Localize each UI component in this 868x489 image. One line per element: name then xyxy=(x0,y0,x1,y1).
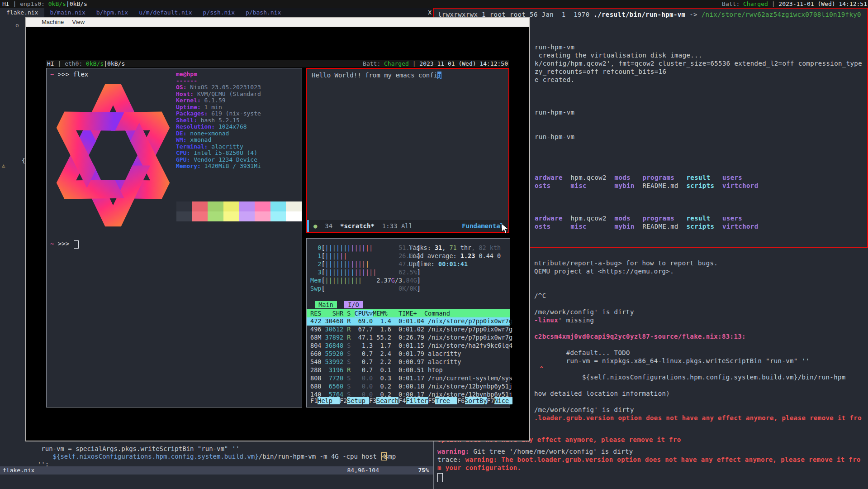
terminal-line: ardware hpm.qcow2 mods programs result u… xyxy=(535,215,742,222)
terminal-line: /me/work/config' is dirty xyxy=(534,406,634,414)
vim-margin-glyph: { xyxy=(22,157,25,164)
mouse-cursor xyxy=(501,223,509,234)
neofetch-line: OS: NixOS 23.05.20231023 xyxy=(176,84,261,91)
neofetch-line: Host: KVM/QEMU (Standard xyxy=(176,91,261,98)
neofetch-line: Uptime: 1 min xyxy=(176,104,222,111)
vm-emacs-window[interactable]: Hello World!! from my emacs config ● 34 … xyxy=(306,68,509,233)
nixos-logo-art xyxy=(49,76,177,235)
palette-swatch xyxy=(270,211,286,221)
terminal-line: run-hpm-vm xyxy=(535,109,574,116)
terminal-line: 1[|||||| 26.0%] xyxy=(310,252,421,260)
vim-tab[interactable]: u/m/default.nix xyxy=(133,8,197,17)
modeline-accent-bar xyxy=(307,220,309,232)
terminal-line: k/config/hpm.qcow2', fmt=qcow2 cluster_s… xyxy=(535,60,862,67)
palette-swatch xyxy=(192,211,208,221)
desktop: HI | enp1s0: 0kB/s|0kB/s Batt: Charged |… xyxy=(0,0,868,489)
vim-margin-glyph: ⚠ xyxy=(2,162,5,169)
palette-swatch xyxy=(176,201,192,211)
qemu-menu-bar: Machine View xyxy=(26,18,529,27)
terminal-line: run-vm = nixpkgs.x86_64-linux.pkgs.write… xyxy=(534,357,810,365)
vm-battery-clock: Batt: Charged | 2023-11-01 (Wed) 14:12:5… xyxy=(363,60,508,67)
palette-swatch xyxy=(286,201,302,211)
terminal-line: /me/work/config' is dirty xyxy=(534,308,634,316)
palette-swatch xyxy=(239,211,255,221)
terminal-line: c2bcsm4xmj0vd0capi9q2yc0yzl87-source/fla… xyxy=(534,333,746,340)
terminal-line: run-vm = specialArgs.pkgs.writeScriptBin… xyxy=(30,445,240,453)
terminal-line: 688 6560 S 0.0 0.2 0:00.18 /nix/store/12… xyxy=(310,383,512,390)
terminal-line: trace: warning: The boot.loader.grub.ver… xyxy=(437,456,861,464)
terminal-cursor xyxy=(74,240,79,249)
terminal-line: -linux' missing xyxy=(534,316,594,324)
terminal-line: ${self.nixosConfigurations.hpm.config.sy… xyxy=(534,374,846,381)
palette-swatch xyxy=(270,201,286,211)
neofetch-line: GPU: Vendor 1234 Device xyxy=(176,157,257,163)
neofetch-line: WM: xmonad xyxy=(176,137,211,144)
vim-tab[interactable]: b/main.nix xyxy=(44,8,90,17)
terminal-line: ardware hpm.qcow2 mods programs result u… xyxy=(535,174,742,182)
host-battery-clock: Batt: Charged | 2023-11-01 (Wed) 14:12:5… xyxy=(722,0,867,8)
terminal-line: ntribute/report-a-bug> for how to report… xyxy=(534,259,718,267)
htop-table-header[interactable]: RES SHR S CPU%▽MEM% TIME+ Command xyxy=(307,309,510,317)
vm-htop-window[interactable]: RES SHR S CPU%▽MEM% TIME+ Command 472 30… xyxy=(306,238,510,408)
vim-status-filename: flake.nix xyxy=(3,466,34,475)
palette-swatch xyxy=(239,201,255,211)
vim-tab-bar: flake.nix b/main.nix b/hpm.nix u/m/defau… xyxy=(0,8,433,17)
vim-tab[interactable]: b/hpm.nix xyxy=(91,8,133,17)
neofetch-line: Kernel: 6.1.59 xyxy=(176,97,226,104)
modeline-major-mode: Fundamental xyxy=(462,220,504,232)
terminal-line: 660 55920 S 0.7 2.4 0:01.79 alacritty xyxy=(310,350,461,358)
terminal-color-palette-row1 xyxy=(176,201,302,211)
terminal-line: osts misc mybin README.md scripts virtch… xyxy=(535,182,758,190)
terminal-line: warning: Git tree '/home/me/work/config'… xyxy=(437,448,633,455)
terminal-line: osts misc mybin README.md scripts virtch… xyxy=(535,223,758,230)
terminal-line: creating the virtualisation disk image..… xyxy=(535,52,702,59)
terminal-line: Tasks: 31, 71 thr, 82 kth xyxy=(409,244,501,252)
vim-cursor: 4 xyxy=(381,453,387,460)
terminal-line: run-hpm-vm xyxy=(535,43,574,51)
palette-swatch xyxy=(255,211,270,221)
terminal-line: 3[|||||||||||||| 62.5%] xyxy=(310,268,421,276)
terminal-line: #default... TODO xyxy=(534,349,630,357)
terminal-line: Load average: 1.23 0.44 0 xyxy=(409,252,501,260)
qemu-menu-machine[interactable]: Machine xyxy=(42,18,64,27)
terminal-line: Main I/O xyxy=(315,301,363,309)
vim-status-line: flake.nix 84,96-104 75% xyxy=(0,466,433,475)
neofetch-line: Resolution: 1024x768 xyxy=(176,124,247,130)
neofetch-line: Shell: bash 5.2.15 xyxy=(176,117,240,124)
emacs-cursor: g xyxy=(437,72,441,79)
palette-swatch xyxy=(255,201,270,211)
palette-swatch xyxy=(208,201,223,211)
vim-tab[interactable]: p/bash.nix xyxy=(240,8,286,17)
emacs-buffer-text: Hello World!! from my emacs config xyxy=(312,72,441,79)
vim-tab[interactable]: p/ssh.nix xyxy=(198,8,240,17)
vim-margin-glyph: o xyxy=(15,22,19,29)
host-status-bar: HI | enp1s0: 0kB/s|0kB/s Batt: Charged |… xyxy=(0,0,868,8)
palette-swatch xyxy=(223,211,239,221)
terminal-line: 68M 37892 R 47.1 55.2 0:26.79 /nix/store… xyxy=(310,334,512,341)
neofetch-line: me@hpm xyxy=(176,71,197,78)
vm-terminal-neofetch[interactable]: ~ >>> flex me@hpm------OS: NixOS 23.05.2… xyxy=(46,68,302,408)
qemu-menu-view[interactable]: View xyxy=(72,18,85,27)
vim-status-ruler: 84,96-104 xyxy=(347,466,379,475)
terminal-line: m your configuration. xyxy=(437,464,521,472)
htop-row[interactable]: 472 30468 R 69.0 1.4 0:01.04 /nix/store/… xyxy=(310,317,512,325)
terminal-line: QEMU project at <https://qemu.org>. xyxy=(534,268,674,275)
vm-network-status: HI | eth0: 0kB/s|0kB/s xyxy=(47,60,125,67)
modeline-buffer-info: ● 34 *scratch* 1:33 All xyxy=(313,220,413,232)
terminal-line: 804 36848 S 1.3 1.7 0:01.15 /nix/store/h… xyxy=(310,342,512,350)
vm-display[interactable]: HI | eth0: 0kB/s|0kB/s Batt: Charged | 2… xyxy=(46,60,509,408)
neofetch-line: DE: none+xmonad xyxy=(176,130,229,137)
neofetch-line: Terminal: alacritty xyxy=(176,144,243,150)
qemu-vm-window[interactable]: Machine View HI | eth0: 0kB/s|0kB/s Batt… xyxy=(25,17,530,441)
terminal-cursor xyxy=(437,473,443,482)
terminal-line: 540 53992 S 0.7 2.2 0:00.97 alacritty xyxy=(310,358,461,366)
emacs-modeline: ● 34 *scratch* 1:33 All Fundamental xyxy=(307,220,508,232)
palette-swatch xyxy=(223,201,239,211)
palette-swatch xyxy=(208,211,223,221)
terminal-line: 496 30612 R 67.7 1.6 0:01.02 /nix/store/… xyxy=(310,326,512,333)
palette-swatch xyxy=(192,201,208,211)
host-network-status: HI | enp1s0: 0kB/s|0kB/s xyxy=(2,0,87,8)
vim-tabline-close-icon[interactable]: X xyxy=(428,8,432,17)
neofetch-line: Memory: 1420MiB / 3931Mi xyxy=(176,163,261,170)
vim-tab-active[interactable]: flake.nix xyxy=(0,8,44,17)
